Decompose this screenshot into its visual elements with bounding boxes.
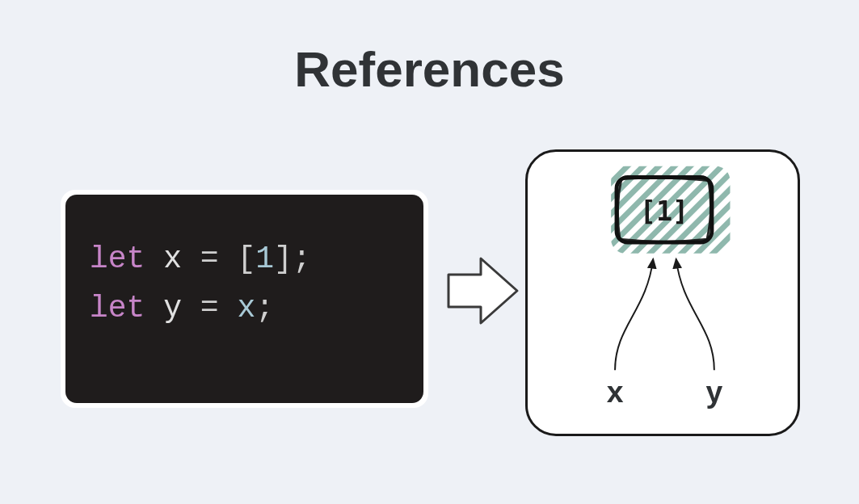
code-op: = [200,291,219,326]
code-block: let x = [1]; let y = x; [61,190,428,408]
page-title: References [0,40,859,98]
code-keyword: let [90,242,145,276]
code-inner: let x = [1]; let y = x; [65,195,423,403]
diagram-label-x: x [607,375,624,409]
reference-diagram: [1] x y [525,149,800,436]
code-var: y [163,291,182,326]
code-var: x [163,242,182,276]
code-semi: ; [293,242,311,276]
code-semi: ; [255,291,274,326]
diagram-box-value: [1] [640,195,688,227]
code-number: 1 [255,242,274,276]
code-keyword: let [90,291,145,326]
code-bracket: [ [237,242,255,276]
code-op: = [200,242,219,276]
code-ref: x [237,291,255,326]
diagram-label-y: y [705,375,722,409]
arrow-icon [440,250,521,331]
code-bracket: ] [274,242,293,276]
